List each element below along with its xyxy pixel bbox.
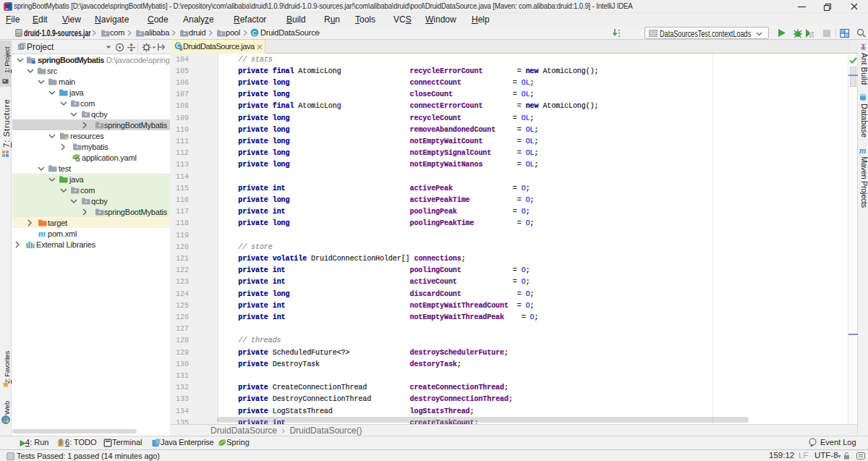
svg-text:C: C [252,30,258,37]
svg-text:m: m [38,229,46,239]
svg-text:m: m [859,146,866,154]
